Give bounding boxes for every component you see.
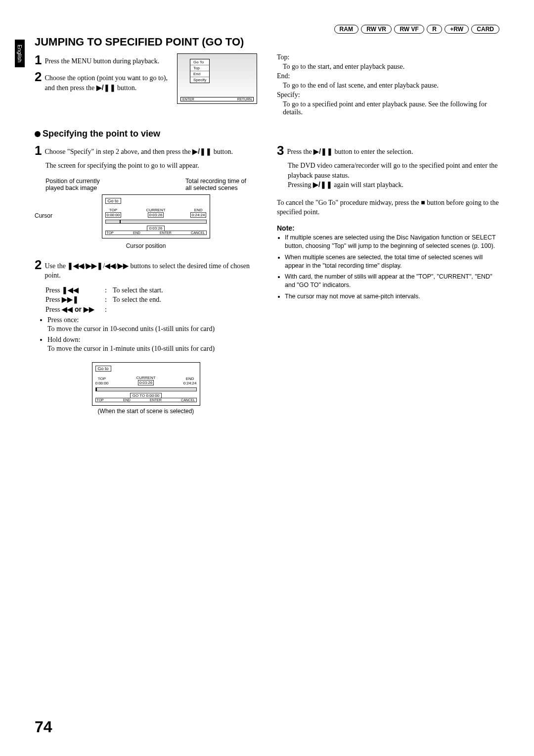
press-prev-label: Press ❚◀◀ <box>45 285 105 295</box>
stop-icon: ■ <box>421 198 425 206</box>
menu-title: Go To <box>190 59 209 65</box>
footer-return: RETURN <box>237 97 252 101</box>
step-1-text: Press the MENU button during playback. <box>44 53 173 66</box>
media-badges: RAM RW VR RW VF R +RW CARD <box>35 25 499 34</box>
press-rw-ff-label: Press ◀◀ or ▶▶ <box>45 305 105 315</box>
spec-step-3-text: Press the ▶/❚❚ button to enter the selec… <box>287 144 499 157</box>
note-item-4: The cursor may not move at same-pitch in… <box>285 292 499 301</box>
goto-specify-diagram-2: Go to TOP0:00:00 CURRENT0:03:26 END0:24:… <box>92 362 200 406</box>
definition-end-body: To go to the end of last scene, and ente… <box>277 82 499 90</box>
definition-specify-label: Specify: <box>277 91 499 99</box>
spec-step-number-2: 2 <box>35 258 42 271</box>
definition-top-label: Top: <box>277 53 499 61</box>
bullet-hold-down: Hold down: To move the cursor in 1-minut… <box>47 335 257 353</box>
step-2-text: Choose the option (point you want to go … <box>44 70 173 93</box>
badge-r: R <box>427 25 442 34</box>
goto-specify-diagram: Go to TOP0:00:00 CURRENT0:03:26 END0:24:… <box>102 194 210 238</box>
diagram-title: Go to <box>105 198 121 204</box>
definition-top-body: To go to the start, and enter playback p… <box>277 63 499 71</box>
note-item-2: When multiple scenes are selected, the t… <box>285 253 499 270</box>
badge-ram: RAM <box>334 25 358 34</box>
goto-menu-diagram: Go To Top End Specify ENTER RETURN <box>177 53 257 104</box>
badge-card: CARD <box>471 25 499 34</box>
sub-heading: Specifying the point to view <box>35 129 499 139</box>
spec-step-1-para2: The screen for specifying the point to g… <box>35 161 257 171</box>
label-total-recording: Total recording time of all selected sce… <box>185 178 246 191</box>
spec-step-2-text: Use the ❚◀◀/▶▶❚/◀◀/▶▶ buttons to select … <box>44 258 257 281</box>
label-position-currently: Position of currently played back image <box>45 178 100 191</box>
menu-item-specify: Specify <box>190 77 209 83</box>
badge-plusrw: +RW <box>445 25 469 34</box>
badge-rwvf: RW VF <box>394 25 424 34</box>
note-item-3: With card, the number of stills will app… <box>285 273 499 289</box>
spec-step-1-text: Choose "Specify" in step 2 above, and th… <box>44 144 257 157</box>
playpause-icon: ▶/❚❚ <box>96 84 116 92</box>
playpause-icon: ▶/❚❚ <box>192 147 212 155</box>
label-cursor-position: Cursor position <box>35 242 257 249</box>
spec-step-3-para3: Pressing ▶/❚❚ again will start playback. <box>277 180 499 190</box>
prev-icon: ❚◀◀ <box>67 262 84 270</box>
cancel-instruction: To cancel the "Go To" procedure midway, … <box>277 198 499 217</box>
playpause-icon: ▶/❚❚ <box>313 147 333 155</box>
press-next-label: Press ▶▶❚ <box>45 295 105 305</box>
spec-step-number-3: 3 <box>277 144 284 157</box>
definition-end-label: End: <box>277 72 499 80</box>
badge-rwvr: RW VR <box>361 25 392 34</box>
page-number: 74 <box>35 718 52 736</box>
footer-enter: ENTER <box>182 97 194 101</box>
step-number-1: 1 <box>35 53 42 66</box>
note-item-1: If multiple scenes are selected using th… <box>285 234 499 250</box>
bullet-press-once: Press once: To move the cursor in 10-sec… <box>47 316 257 333</box>
fastforward-icon: ▶▶ <box>118 262 129 270</box>
menu-item-end: End <box>190 71 209 77</box>
rewind-icon: ◀◀ <box>105 262 116 270</box>
press-next-value: To select the end. <box>113 295 161 305</box>
press-prev-value: To select the start. <box>113 285 163 295</box>
diagram2-caption: (When the start of scene is selected) <box>35 408 257 415</box>
spec-step-number-1: 1 <box>35 144 42 157</box>
playpause-icon: ▶/❚❚ <box>313 181 332 189</box>
page-heading: JUMPING TO SPECIFIED POINT (GO TO) <box>35 36 499 48</box>
step-number-2: 2 <box>35 70 42 83</box>
definition-specify-body: To go to a specified point and enter pla… <box>277 100 499 116</box>
note-heading: Note: <box>277 224 499 232</box>
next-icon: ▶▶❚ <box>86 262 103 270</box>
spec-step-3-para2: The DVD video camera/recorder will go to… <box>277 161 499 180</box>
menu-item-top: Top <box>190 65 209 71</box>
label-cursor: Cursor <box>35 212 52 219</box>
